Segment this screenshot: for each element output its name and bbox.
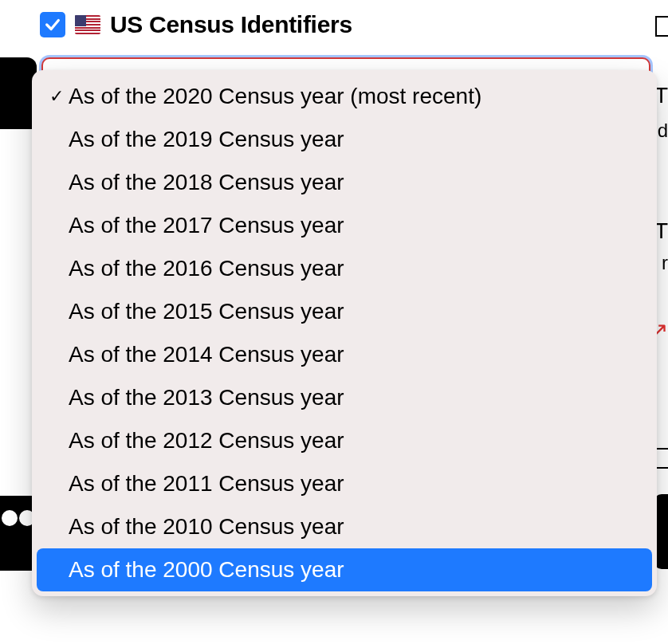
- census-year-dropdown: ✓ As of the 2020 Census year (most recen…: [32, 70, 657, 596]
- option-label: As of the 2014 Census year: [67, 342, 344, 367]
- option-2010[interactable]: As of the 2010 Census year: [37, 505, 652, 548]
- option-2015[interactable]: As of the 2015 Census year: [37, 290, 652, 333]
- selected-check-icon: ✓: [49, 88, 64, 105]
- option-2012[interactable]: As of the 2012 Census year: [37, 419, 652, 462]
- obscured-checkbox-right: [655, 448, 668, 469]
- option-2014[interactable]: As of the 2014 Census year: [37, 333, 652, 376]
- us-flag-icon: [75, 15, 100, 34]
- option-label: As of the 2020 Census year (most recent): [67, 84, 481, 109]
- option-2018[interactable]: As of the 2018 Census year: [37, 161, 652, 204]
- header-row: US Census Identifiers: [40, 11, 352, 38]
- option-2000[interactable]: As of the 2000 Census year: [37, 548, 652, 591]
- option-label: As of the 2015 Census year: [67, 299, 344, 324]
- option-2016[interactable]: As of the 2016 Census year: [37, 247, 652, 290]
- option-label: As of the 2011 Census year: [67, 471, 344, 497]
- option-2013[interactable]: As of the 2013 Census year: [37, 376, 652, 419]
- option-2011[interactable]: As of the 2011 Census year: [37, 462, 652, 505]
- option-label: As of the 2010 Census year: [67, 514, 344, 540]
- option-2020[interactable]: ✓ As of the 2020 Census year (most recen…: [37, 75, 652, 118]
- section-title: US Census Identifiers: [110, 11, 352, 38]
- option-label: As of the 2000 Census year: [67, 557, 344, 583]
- checkmark-icon: [44, 16, 61, 33]
- option-label: As of the 2013 Census year: [67, 385, 344, 410]
- option-2017[interactable]: As of the 2017 Census year: [37, 204, 652, 247]
- option-label: As of the 2016 Census year: [67, 256, 344, 281]
- obscured-text: d: [658, 120, 668, 142]
- option-label: As of the 2019 Census year: [67, 127, 344, 152]
- obscured-text: h: [658, 542, 668, 564]
- obscured-text: r: [662, 252, 668, 274]
- option-2019[interactable]: As of the 2019 Census year: [37, 118, 652, 161]
- option-label: As of the 2017 Census year: [67, 213, 344, 238]
- option-label: As of the 2012 Census year: [67, 428, 344, 454]
- obscured-checkbox-right-top: [655, 16, 668, 37]
- us-census-checkbox[interactable]: [40, 12, 65, 37]
- option-label: As of the 2018 Census year: [67, 170, 344, 195]
